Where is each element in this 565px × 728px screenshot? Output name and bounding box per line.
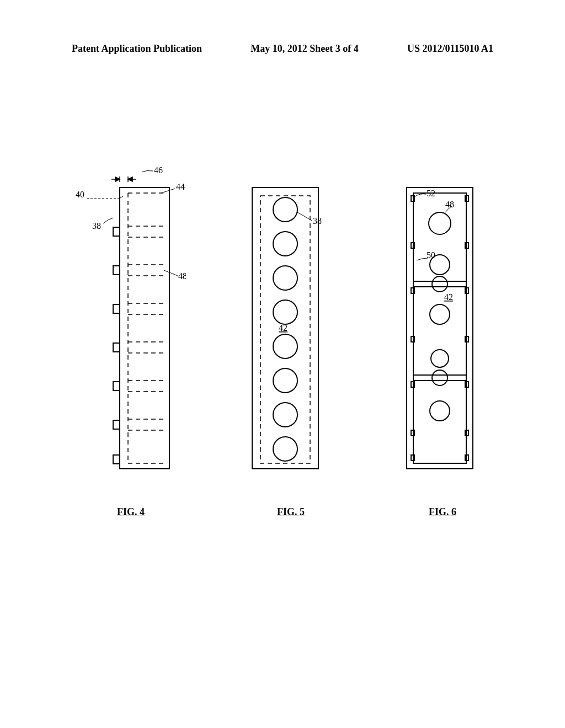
label-48-f6: 48 [445, 200, 454, 209]
svg-point-64 [430, 304, 450, 324]
fig5-svg: 38 42 [241, 165, 340, 474]
label-44: 44 [176, 182, 185, 191]
svg-point-40 [273, 403, 297, 427]
svg-point-65 [431, 350, 449, 367]
label-48-f4: 48 [178, 271, 186, 281]
svg-rect-21 [113, 420, 120, 429]
svg-rect-43 [413, 193, 466, 463]
svg-line-29 [161, 189, 175, 193]
svg-rect-16 [113, 227, 120, 236]
svg-rect-18 [113, 304, 120, 313]
header-center: May 10, 2012 Sheet 3 of 4 [250, 43, 358, 55]
label-52: 52 [427, 189, 435, 198]
page-header: Patent Application Publication May 10, 2… [0, 43, 565, 55]
svg-point-39 [273, 368, 297, 393]
svg-point-34 [273, 197, 297, 222]
svg-marker-26 [128, 177, 132, 181]
svg-point-66 [430, 401, 450, 421]
label-38-f4: 38 [92, 221, 101, 231]
label-46: 46 [154, 165, 163, 175]
svg-line-31 [164, 270, 178, 276]
fig4-caption: FIG. 4 [117, 506, 145, 518]
label-42-f5: 42 [279, 323, 287, 333]
figure-4: 46 44 40 38 48 FIG. 4 [76, 165, 186, 518]
svg-rect-19 [113, 343, 120, 352]
label-42-f6: 42 [444, 292, 453, 302]
figures-row: 46 44 40 38 48 FIG. 4 [0, 165, 565, 518]
header-right: US 2012/0115010 A1 [407, 43, 493, 55]
svg-point-37 [273, 300, 297, 324]
label-40: 40 [76, 190, 84, 199]
svg-rect-22 [113, 455, 120, 464]
svg-point-38 [273, 334, 297, 358]
label-38-f5: 38 [313, 216, 322, 226]
svg-point-62 [429, 212, 451, 234]
svg-point-41 [273, 437, 297, 461]
svg-point-35 [273, 232, 297, 256]
fig6-svg: 52 48 50 42 [396, 165, 489, 474]
figure-5: 38 42 FIG. 5 [241, 165, 340, 518]
fig4-svg: 46 44 40 38 48 [76, 165, 186, 474]
fig5-caption: FIG. 5 [277, 506, 305, 518]
svg-rect-20 [113, 382, 120, 390]
figure-6: 52 48 50 42 FIG. 6 [396, 165, 489, 518]
fig6-caption: FIG. 6 [429, 506, 456, 518]
svg-point-68 [432, 370, 447, 386]
svg-point-36 [273, 266, 297, 290]
svg-rect-42 [407, 188, 473, 469]
header-left: Patent Application Publication [72, 43, 202, 55]
svg-point-67 [432, 276, 447, 292]
label-50: 50 [427, 250, 435, 260]
svg-rect-0 [120, 188, 169, 469]
svg-rect-17 [113, 266, 120, 275]
svg-marker-24 [115, 177, 120, 181]
